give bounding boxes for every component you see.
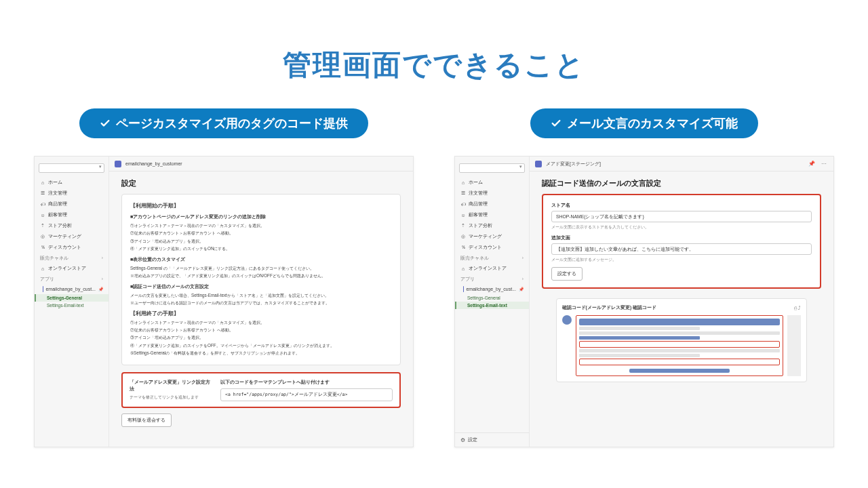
nav-online-store[interactable]: ⌂オンラインストア <box>455 263 529 274</box>
step-line: Settings-General の「「メールアドレス変更」リンク設定方法」にあ… <box>130 265 392 271</box>
store-icon: ⌂ <box>40 266 45 271</box>
admin-sidebar: ⌂ホーム ☰注文管理 🏷商品管理 ☺顧客管理 ⇡ストア分析 ◎マーケティング ％… <box>455 157 530 447</box>
cancel-subscription-button[interactable]: 有料版を退会する <box>121 413 172 427</box>
store-selector[interactable] <box>459 163 525 173</box>
check-icon <box>100 118 111 129</box>
nav-products[interactable]: 🏷商品管理 <box>35 199 108 209</box>
page-heading: 設定 <box>121 178 401 188</box>
nav-section-channels: 販売チャネル› <box>35 253 108 263</box>
home-icon: ⌂ <box>40 180 45 185</box>
sub-email-text: ■認証コード送信のメールの文言設定 <box>130 283 392 290</box>
subnav-settings-general[interactable]: Settings-General <box>455 294 529 302</box>
app-topbar: メアド変更[ステージング] 📌 ⋯ <box>530 157 833 171</box>
nav-settings[interactable]: ⚙設定 <box>455 432 529 447</box>
subnav-settings-email-text[interactable]: Settings-Email-text <box>35 302 108 309</box>
nav-section-channels: 販売チャネル› <box>455 253 529 263</box>
admin-main: メアド変更[ステージング] 📌 ⋯ 認証コード送信のメールの文言設定 ストア名 … <box>530 157 833 447</box>
link-method-title: 「メールアドレス変更」リンク設定方法 <box>130 379 211 392</box>
screenshot-right: ⌂ホーム ☰注文管理 🏷商品管理 ☺顧客管理 ⇡ストア分析 ◎マーケティング ％… <box>454 156 834 447</box>
nav-analytics[interactable]: ⇡ストア分析 <box>35 220 108 231</box>
step-line: ④「メアド変更リンク追加」のスイッチをOFF。マイページから「メールアドレス変更… <box>130 342 392 348</box>
save-button[interactable]: 設定する <box>551 267 583 281</box>
chevron-right-icon[interactable]: › <box>102 256 103 262</box>
nav-customers[interactable]: ☺顧客管理 <box>35 209 108 220</box>
nav-home[interactable]: ⌂ホーム <box>35 177 108 188</box>
step-line: ②従来のお客様アカウント＞お客様アカウント へ移動。 <box>130 327 392 333</box>
discounts-icon: ％ <box>40 245 45 250</box>
sub-add-remove-link: ■アカウントページのメールアドレス変更のリンクの追加と削除 <box>130 214 392 220</box>
chevron-right-icon[interactable]: › <box>522 256 524 262</box>
store-selector[interactable] <box>39 163 104 173</box>
more-icon[interactable]: ⋯ <box>820 160 828 168</box>
pill-left: ページカスタマイズ用のタグのコード提供 <box>79 108 368 138</box>
nav-app-emailchange[interactable]: emailchange_by_cust...📌 <box>35 284 108 294</box>
nav-discounts[interactable]: ％ディスカウント <box>35 242 108 253</box>
topbar-title: emailchange_by_customer <box>125 161 182 166</box>
admin-main: emailchange_by_customer 設定 【利用開始の手順】 ■アカ… <box>109 157 413 447</box>
products-icon: 🏷 <box>40 201 45 207</box>
step-line: ⑤Settings-Generalの「有料版を退会する」を押すと、サブスクリプシ… <box>130 350 392 356</box>
pill-right: メール文言のカスタマイズ可能 <box>530 108 758 138</box>
topbar-title: メアド変更[ステージング] <box>546 161 601 167</box>
gear-icon: ⚙ <box>460 437 465 443</box>
screenshot-left: ⌂ホーム ☰注文管理 🏷商品管理 ☺顧客管理 ⇡ストア分析 ◎マーケティング ％… <box>34 156 414 447</box>
email-body-preview <box>576 315 784 376</box>
admin-sidebar: ⌂ホーム ☰注文管理 🏷商品管理 ☺顧客管理 ⇡ストア分析 ◎マーケティング ％… <box>35 157 109 447</box>
section-start-title: 【利用開始の手順】 <box>130 203 392 209</box>
nav-marketing[interactable]: ◎マーケティング <box>35 231 108 242</box>
check-icon <box>551 118 561 129</box>
nav-customers[interactable]: ☺顧客管理 <box>455 209 529 220</box>
code-paste-title: 以下のコードをテーマテンプレートへ貼り付けます <box>220 379 393 386</box>
app-badge-icon <box>535 161 542 167</box>
pin-icon[interactable]: 📌 <box>519 287 524 291</box>
code-snippet[interactable]: <a href="/apps/proxy/ap/">メールアドレス変更</a> <box>220 388 393 401</box>
email-preview-panel: 確認コード(メールアドレス変更) 確認コード ⎙ ⤴ <box>556 298 808 382</box>
step-line: ②従来のお客様アカウント＞お客様アカウント へ移動。 <box>130 230 392 236</box>
preview-title: 確認コード(メールアドレス変更) 確認コード <box>562 304 657 311</box>
nav-marketing[interactable]: ◎マーケティング <box>455 231 529 242</box>
step-line: ①オンラインストア＞テーマ＞現在のテーマの「カスタマイズ」を選択。 <box>130 222 392 228</box>
nav-products[interactable]: 🏷商品管理 <box>455 199 529 209</box>
input-additional-text[interactable] <box>551 243 812 255</box>
app-badge-icon <box>115 161 121 167</box>
hint-additional-text: メール文面に追加するメッセージ。 <box>551 257 812 263</box>
step-line: ③アイコン「埋め込みアプリ」を選択。 <box>130 334 392 340</box>
avatar <box>562 315 572 325</box>
nav-online-store[interactable]: ⌂オンラインストア <box>35 263 108 274</box>
hint-store-name: メール文面に表示するストア名を入力してください。 <box>551 224 812 230</box>
store-icon: ⌂ <box>460 266 466 271</box>
nav-app-emailchange[interactable]: emailchange_by_cust...📌 <box>455 284 529 294</box>
customers-icon: ☺ <box>460 212 466 218</box>
pin-icon[interactable]: 📌 <box>98 287 103 291</box>
print-icon[interactable]: ⎙ ⤴ <box>794 306 801 310</box>
chevron-right-icon[interactable]: › <box>522 277 524 283</box>
link-method-sub: テーマを修正してリンクを追加します <box>130 394 211 401</box>
products-icon: 🏷 <box>460 201 466 207</box>
page-title: 管理画面でできること <box>0 46 868 84</box>
analytics-icon: ⇡ <box>40 223 45 228</box>
nav-analytics[interactable]: ⇡ストア分析 <box>455 220 529 231</box>
input-store-name[interactable] <box>551 211 812 222</box>
marketing-icon: ◎ <box>40 234 45 239</box>
instructions-card: 【利用開始の手順】 ■アカウントページのメールアドレス変更のリンクの追加と削除 … <box>121 194 401 365</box>
nav-home[interactable]: ⌂ホーム <box>455 177 529 188</box>
nav-orders[interactable]: ☰注文管理 <box>455 188 529 199</box>
analytics-icon: ⇡ <box>460 223 466 228</box>
step-line: メールの文言を変更したい場合、Settings-Email-textから「ストア… <box>130 292 392 298</box>
subnav-settings-general[interactable]: Settings-General <box>35 294 108 302</box>
customers-icon: ☺ <box>40 212 45 218</box>
marketing-icon: ◎ <box>460 234 466 239</box>
label-store-name: ストア名 <box>551 202 812 209</box>
nav-orders[interactable]: ☰注文管理 <box>35 188 108 199</box>
pin-icon[interactable]: 📌 <box>808 160 816 168</box>
nav-discounts[interactable]: ％ディスカウント <box>455 242 529 253</box>
sub-position-customize: ■表示位置のカスタマイズ <box>130 256 392 263</box>
label-additional-text: 追加文面 <box>551 235 812 241</box>
email-text-form: ストア名 メール文面に表示するストア名を入力してください。 追加文面 メール文面… <box>542 194 821 289</box>
chevron-right-icon[interactable]: › <box>102 277 103 283</box>
subnav-settings-email-text[interactable]: Settings-Email-text <box>455 302 529 309</box>
step-line: ※ユーザー向けに送られる認証コードのメール内の文言は当アプリでは、カスタマイズす… <box>130 300 392 306</box>
nav-section-apps: アプリ› <box>35 274 108 284</box>
preview-side <box>787 315 801 376</box>
step-line: ④「メアド変更リンク追加」のスイッチをONにする。 <box>130 245 392 251</box>
